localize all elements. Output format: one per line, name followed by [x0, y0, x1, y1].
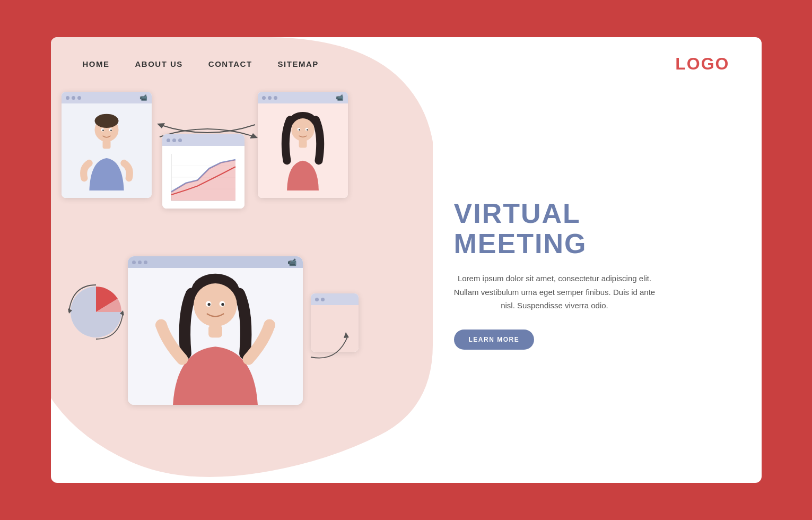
ldot1	[132, 261, 136, 264]
pie-chart-svg	[67, 283, 125, 341]
cdot1	[167, 138, 170, 142]
camera-icon-laptop: 📹	[287, 258, 296, 266]
svg-marker-14	[171, 160, 235, 201]
illustration-area: 📹	[51, 86, 422, 483]
svg-marker-34	[344, 332, 349, 338]
nav-link-home[interactable]: HOME	[83, 59, 110, 68]
rdot2	[268, 96, 272, 100]
presenter-window: 📹	[128, 256, 303, 405]
svg-rect-17	[299, 140, 307, 148]
svg-point-32	[207, 303, 210, 306]
rdot1	[262, 96, 266, 100]
browser-titlebar-laptop: 📹	[128, 256, 303, 268]
svg-point-29	[264, 319, 275, 331]
female-person-right-svg	[271, 111, 335, 190]
browser-titlebar-right: 📹	[258, 92, 348, 103]
svg-point-26	[194, 283, 237, 327]
arrow-bottom-right	[305, 320, 353, 362]
nav-item-home[interactable]: HOME	[83, 59, 110, 69]
person-window-right: 📹	[258, 92, 348, 198]
browser-titlebar-chart	[162, 134, 245, 146]
rdot3	[274, 96, 277, 100]
main-card: HOME ABOUT US CONTACT SITEMAP LOGO	[51, 37, 762, 483]
svg-point-16	[291, 118, 314, 141]
camera-icon-left: 📹	[139, 94, 147, 101]
cdot2	[172, 138, 176, 142]
main-content: 📹	[51, 86, 762, 483]
nav-links: HOME ABOUT US CONTACT SITEMAP	[83, 59, 319, 69]
svg-point-28	[155, 319, 167, 331]
nav-item-about[interactable]: ABOUT US	[135, 59, 183, 69]
learn-more-button[interactable]: LEARN MORE	[454, 330, 535, 350]
camera-icon-right: 📹	[336, 94, 344, 101]
dot1	[66, 96, 69, 100]
nav-item-sitemap[interactable]: SITEMAP	[278, 59, 319, 69]
browser-titlebar-left: 📹	[62, 92, 152, 103]
male-person-svg	[75, 111, 138, 190]
nav-link-contact[interactable]: CONTACT	[208, 59, 252, 68]
ldot3	[144, 261, 147, 264]
dot3	[77, 96, 81, 100]
svg-point-1	[94, 114, 118, 128]
navbar: HOME ABOUT US CONTACT SITEMAP LOGO	[51, 37, 762, 86]
svg-point-33	[221, 303, 224, 306]
ndot2	[321, 298, 325, 301]
svg-point-5	[102, 129, 104, 131]
svg-rect-27	[208, 325, 222, 338]
svg-rect-2	[102, 140, 110, 149]
ndot1	[315, 298, 319, 301]
nav-link-sitemap[interactable]: SITEMAP	[278, 59, 319, 68]
line-chart-svg	[164, 148, 242, 206]
nav-item-contact[interactable]: CONTACT	[208, 59, 252, 69]
hero-title: VIRTUAL MEETING	[454, 198, 719, 259]
person-window-left: 📹	[62, 92, 152, 198]
svg-point-21	[307, 129, 308, 131]
nav-link-about[interactable]: ABOUT US	[135, 59, 183, 68]
hero-description: Lorem ipsum dolor sit amet, consectetur …	[454, 272, 656, 313]
svg-point-6	[110, 129, 112, 131]
browser-titlebar-note	[311, 293, 359, 305]
svg-point-20	[299, 129, 300, 131]
cdot3	[178, 138, 182, 142]
ldot2	[138, 261, 142, 264]
presenter-svg	[128, 268, 303, 405]
dot2	[72, 96, 75, 100]
chart-window	[162, 134, 245, 209]
logo: LOGO	[675, 54, 729, 74]
right-content: VIRTUAL MEETING Lorem ipsum dolor sit am…	[422, 86, 762, 483]
